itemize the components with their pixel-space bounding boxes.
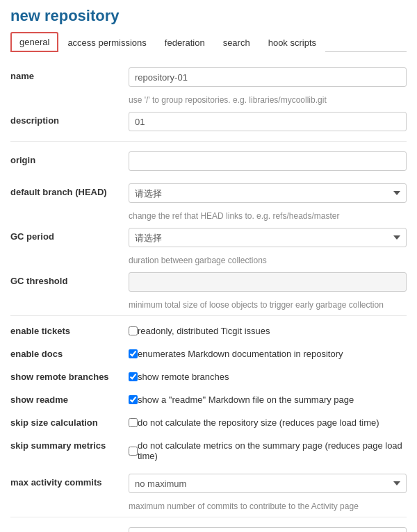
hint-default-branch: change the ref that HEAD links to. e.g. …: [129, 211, 407, 221]
checkbox-show-readme[interactable]: [129, 395, 138, 404]
tab-federation[interactable]: federation: [156, 33, 214, 52]
hint-max-activity-commits: maximum number of commits to contribute …: [129, 501, 407, 511]
field-default-branch: default branch (HEAD) 请选择: [10, 179, 407, 207]
field-gc-threshold: GC threshold: [10, 268, 407, 296]
checkbox-show-remote-branches[interactable]: [129, 372, 138, 381]
desc-enable-docs: enumerates Markdown documentation in rep…: [138, 349, 343, 359]
desc-skip-size-calculation: do not calculate the repository size (re…: [138, 417, 379, 428]
tab-hook-scripts[interactable]: hook scripts: [259, 33, 325, 52]
input-origin[interactable]: [129, 151, 407, 171]
label-mailing-lists: mailing lists: [10, 527, 129, 532]
input-mailing-lists[interactable]: [129, 527, 407, 532]
field-max-activity-commits: max activity commits no maximum: [10, 469, 407, 497]
select-gc-period[interactable]: 请选择: [129, 228, 407, 247]
hint-name: use '/' to group repositories. e.g. libr…: [129, 95, 407, 105]
tab-general[interactable]: general: [10, 32, 58, 52]
desc-skip-summary-metrics: do not calculate metrics on the summary …: [138, 440, 407, 461]
label-gc-period: GC period: [10, 228, 129, 242]
checkbox-skip-size-calculation[interactable]: [129, 418, 138, 427]
input-name[interactable]: [129, 67, 407, 87]
select-default-branch[interactable]: 请选择: [129, 183, 407, 203]
field-enable-tickets: enable tickets readonly, distributed Tic…: [10, 322, 407, 340]
desc-show-remote-branches: show remote branches: [138, 372, 229, 382]
select-max-activity-commits[interactable]: no maximum: [129, 474, 407, 493]
checkbox-enable-docs[interactable]: [129, 349, 138, 358]
label-description: description: [10, 112, 129, 126]
hint-gc-period: duration between garbage collections: [129, 256, 407, 265]
field-skip-summary-metrics: skip summary metrics do not calculate me…: [10, 436, 407, 465]
label-show-readme: show readme: [10, 394, 129, 405]
label-enable-docs: enable docs: [10, 349, 129, 359]
field-gc-period: GC period 请选择: [10, 224, 407, 251]
desc-show-readme: show a "readme" Markdown file on the sum…: [138, 394, 354, 405]
label-enable-tickets: enable tickets: [10, 326, 129, 336]
label-origin: origin: [10, 151, 129, 165]
field-skip-size-calculation: skip size calculation do not calculate t…: [10, 413, 407, 432]
tab-access-permissions[interactable]: access permissions: [58, 33, 155, 52]
label-default-branch: default branch (HEAD): [10, 183, 129, 197]
field-mailing-lists: mailing lists: [10, 523, 407, 532]
field-description: description: [10, 108, 407, 135]
label-show-remote-branches: show remote branches: [10, 372, 129, 382]
form-general: name use '/' to group repositories. e.g.…: [10, 63, 407, 532]
input-gc-threshold[interactable]: [129, 272, 407, 292]
field-show-readme: show readme show a "readme" Markdown fil…: [10, 390, 407, 409]
checkbox-enable-tickets[interactable]: [129, 326, 138, 335]
label-gc-threshold: GC threshold: [10, 272, 129, 286]
page-title: new repository: [10, 7, 407, 25]
field-enable-docs: enable docs enumerates Markdown document…: [10, 344, 407, 363]
input-description[interactable]: [129, 112, 407, 131]
field-name: name: [10, 63, 407, 91]
field-show-remote-branches: show remote branches show remote branche…: [10, 367, 407, 386]
field-origin: origin: [10, 147, 407, 175]
label-skip-summary-metrics: skip summary metrics: [10, 440, 129, 451]
hint-gc-threshold: minimum total size of loose objects to t…: [129, 300, 407, 310]
label-max-activity-commits: max activity commits: [10, 474, 129, 488]
label-skip-size-calculation: skip size calculation: [10, 417, 129, 428]
label-name: name: [10, 67, 129, 81]
checkbox-skip-summary-metrics[interactable]: [129, 447, 138, 456]
tab-search[interactable]: search: [214, 33, 259, 52]
desc-enable-tickets: readonly, distributed Ticgit issues: [138, 326, 270, 336]
tab-bar: general access permissions federation se…: [10, 32, 407, 52]
